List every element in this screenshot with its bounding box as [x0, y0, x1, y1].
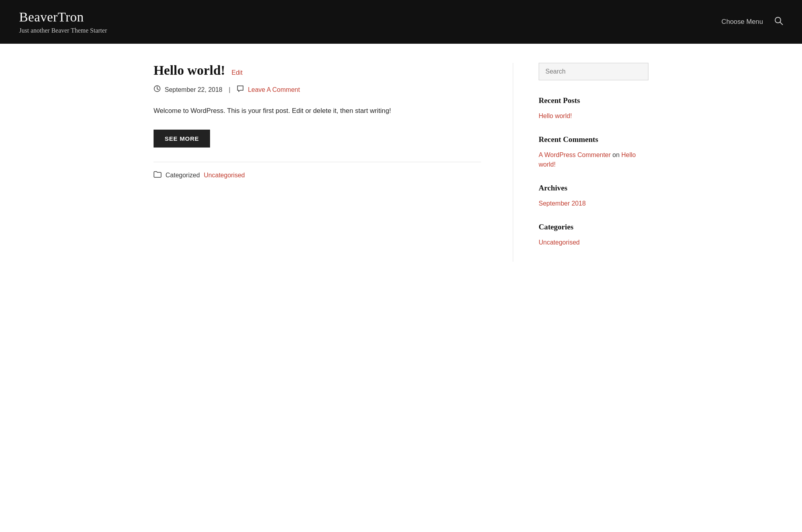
svg-line-4 [157, 89, 159, 90]
recent-posts-section: Recent Posts Hello world! [539, 96, 648, 121]
commenter-link-0[interactable]: A WordPress Commenter [539, 151, 611, 158]
header-search-icon[interactable] [774, 16, 783, 27]
site-header: BeaverTron Just another Beaver Theme Sta… [0, 0, 802, 44]
post-meta: September 22, 2018 | Leave A Comment [154, 85, 481, 94]
post-article: Hello world! Edit September 22, 2018 | [154, 63, 481, 180]
main-column: Hello world! Edit September 22, 2018 | [154, 63, 513, 262]
recent-posts-heading: Recent Posts [539, 96, 648, 105]
on-label-0: on [613, 151, 621, 158]
post-date: September 22, 2018 [165, 86, 222, 93]
clock-icon [154, 85, 161, 94]
sidebar: Recent Posts Hello world! Recent Comment… [513, 63, 648, 262]
category-sidebar-link-0[interactable]: Uncategorised [539, 238, 648, 247]
meta-separator: | [229, 86, 230, 93]
site-content: Hello world! Edit September 22, 2018 | [134, 44, 668, 281]
recent-comments-heading: Recent Comments [539, 135, 648, 144]
header-nav: Choose Menu [722, 16, 783, 27]
recent-comment-0: A WordPress Commenter on Hello world! [539, 151, 636, 168]
post-title: Hello world! Edit [154, 63, 481, 78]
choose-menu-link[interactable]: Choose Menu [722, 18, 763, 26]
post-footer: Categorized Uncategorised [154, 162, 481, 180]
edit-link[interactable]: Edit [232, 69, 243, 76]
site-tagline: Just another Beaver Theme Starter [19, 27, 107, 34]
site-title: BeaverTron [19, 10, 107, 25]
archives-heading: Archives [539, 184, 648, 192]
recent-comments-section: Recent Comments A WordPress Commenter on… [539, 135, 648, 169]
categories-heading: Categories [539, 223, 648, 231]
search-input[interactable] [539, 63, 648, 80]
categorized-label: Categorized [165, 172, 200, 179]
category-link[interactable]: Uncategorised [204, 172, 245, 179]
comment-icon [237, 85, 244, 94]
archive-link-0[interactable]: September 2018 [539, 199, 648, 208]
leave-comment-link[interactable]: Leave A Comment [248, 86, 300, 93]
categories-section: Categories Uncategorised [539, 223, 648, 247]
archives-section: Archives September 2018 [539, 184, 648, 208]
site-branding: BeaverTron Just another Beaver Theme Sta… [19, 10, 107, 34]
folder-icon [154, 171, 162, 180]
svg-line-1 [780, 22, 783, 25]
see-more-button[interactable]: SEE MORE [154, 130, 210, 148]
recent-post-link-0[interactable]: Hello world! [539, 111, 648, 121]
post-content: Welcome to WordPress. This is your first… [154, 105, 481, 117]
post-title-text: Hello world! [154, 63, 225, 78]
